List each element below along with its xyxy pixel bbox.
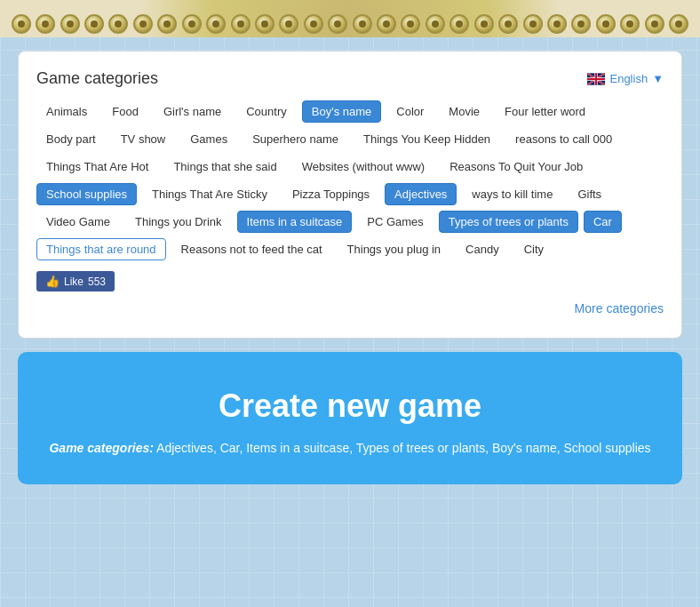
category-tag-pizza-toppings[interactable]: Pizza Toppings [282,183,379,205]
uk-flag-icon [587,73,605,85]
category-tag-adjectives[interactable]: Adjectives [385,183,457,205]
spiral-hole [279,14,298,34]
category-tag-things-that-she-said[interactable]: Things that she said [163,156,286,178]
spiral-hole [12,14,31,34]
spiral-hole [401,14,420,34]
spiral-hole [474,14,494,34]
category-tag-four-letter-word[interactable]: Four letter word [495,100,595,123]
spiral-hole [353,14,372,34]
spiral-hole [571,14,591,34]
spiral-hole [255,14,274,34]
category-tag-car[interactable]: Car [584,211,622,233]
category-tag-reasons-to-call-000[interactable]: reasons to call 000 [505,128,622,150]
category-tag-things-you-keep-hidden[interactable]: Things You Keep Hidden [354,128,500,150]
category-tag-boys-name[interactable]: Boy's name [302,100,382,123]
spiral-hole [133,14,153,34]
spiral-hole [449,14,469,34]
spiral-hole [620,14,640,34]
category-tag-girls-name[interactable]: Girl's name [154,100,231,123]
category-tag-candy[interactable]: Candy [456,238,509,260]
spiral-hole [523,14,543,34]
category-tag-things-that-are-round[interactable]: Things that are round [36,238,166,260]
like-button[interactable]: 👍 Like 553 [36,271,115,292]
category-tag-things-that-are-sticky[interactable]: Things That Are Sticky [142,183,277,205]
categories-container: AnimalsFoodGirl's nameCountryBoy's nameC… [36,100,664,260]
category-tag-items-in-a-suitcase[interactable]: Items in a suitcase [237,211,353,233]
category-tag-games[interactable]: Games [180,128,237,150]
spiral-hole [60,14,80,34]
create-game-section: Create new game Game categories: Adjecti… [18,352,682,484]
language-label: English [609,72,648,85]
category-tag-things-that-are-hot[interactable]: Things That Are Hot [36,156,158,178]
category-tag-websites-without-www[interactable]: Websites (without www) [292,156,434,178]
category-tag-things-you-plug-in[interactable]: Things you plug in [338,238,451,260]
category-tag-movie[interactable]: Movie [439,100,489,123]
category-tag-superhero-name[interactable]: Superhero name [243,128,348,150]
category-tag-tv-show[interactable]: TV show [111,128,176,150]
spiral-hole [84,14,104,34]
spiral-hole [36,14,55,34]
category-tag-city[interactable]: City [514,238,553,260]
like-count: 553 [88,276,106,288]
more-categories-link[interactable]: More categories [575,301,664,315]
thumbs-up-icon: 👍 [45,275,60,288]
category-tag-color[interactable]: Color [386,100,434,123]
spiral-binding [0,0,700,37]
spiral-hole [182,14,202,34]
spiral-hole [377,14,396,34]
category-tag-types-of-trees-or-plants[interactable]: Types of trees or plants [439,211,578,233]
category-tag-reasons-to-quit-your-job[interactable]: Reasons To Quit Your Job [440,156,593,178]
spiral-hole [426,14,445,34]
spiral-holes [0,14,700,34]
spiral-hole [304,14,323,34]
spiral-hole [231,14,251,34]
category-tag-body-part[interactable]: Body part [36,128,106,150]
category-tag-reasons-not-to-feed-the-cat[interactable]: Reasons not to feed the cat [171,238,332,260]
category-tag-school-supplies[interactable]: School supplies [36,183,137,205]
category-tag-things-you-drink[interactable]: Things you Drink [125,211,232,233]
like-label: Like [64,276,84,288]
spiral-hole [206,14,226,34]
game-categories-label-text: Game categories: [49,441,154,455]
spiral-hole [645,14,664,34]
category-tag-ways-to-kill-time[interactable]: ways to kill time [462,183,562,205]
spiral-hole [547,14,567,34]
dropdown-icon: ▼ [652,72,664,85]
spiral-hole [669,14,688,34]
category-tag-gifts[interactable]: Gifts [568,183,611,205]
spiral-hole [498,14,518,34]
card-header: Game categories English ▼ [36,69,664,88]
spiral-hole [108,14,128,34]
more-categories-container: More categories [36,300,664,316]
category-tag-video-game[interactable]: Video Game [36,211,120,233]
category-tag-food[interactable]: Food [102,100,148,123]
card-title: Game categories [36,69,158,88]
spiral-hole [328,14,347,34]
category-tag-animals[interactable]: Animals [36,100,97,123]
game-categories-card: Game categories English ▼ AnimalsFoodGir… [18,51,682,339]
spiral-hole [596,14,616,34]
game-categories-description: Game categories: Adjectives, Car, Items … [44,439,656,458]
game-categories-list: Adjectives, Car, Items in a suitcase, Ty… [156,441,650,455]
spiral-hole [157,14,177,34]
create-game-title[interactable]: Create new game [44,387,656,425]
language-selector[interactable]: English ▼ [587,72,664,85]
category-tag-country[interactable]: Country [236,100,297,123]
category-tag-pc-games[interactable]: PC Games [357,211,434,233]
